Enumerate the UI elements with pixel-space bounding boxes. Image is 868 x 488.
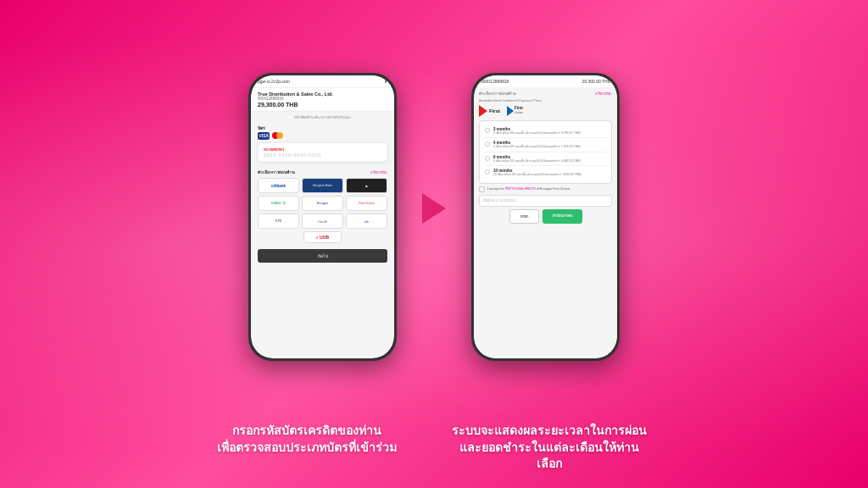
phone1-wrapper: pgw-ui.2c2p.com ⬆ True Distribution & Sa…: [248, 73, 397, 361]
main-container: pgw-ui.2c2p.com ⬆ True Distribution & Sa…: [0, 0, 868, 488]
mastercard-badge: [272, 132, 283, 139]
phones-row: pgw-ui.2c2p.com ⬆ True Distribution & Sa…: [248, 10, 620, 423]
phone1-installment: ตัวเลือกการผ่อนชำระ เปรียบเทียบ citibank…: [251, 168, 394, 245]
caption-right-text: ระบบจะแสดงผลระยะเวลาในการผ่อนและยอดชำระใ…: [448, 423, 651, 473]
phone2-button-row: ยกเลิก ดำเนินการต่อ: [479, 209, 612, 224]
phone1-url: pgw-ui.2c2p.com: [258, 79, 290, 84]
bank-ttb[interactable]: ttb: [346, 214, 387, 229]
phone1-card-input[interactable]: หมายเลขบัตร 0000-0000-0000-0000: [258, 142, 387, 162]
phone1-card-section-label: บัตร: [251, 123, 394, 132]
bank-ktb[interactable]: KTB: [258, 214, 299, 229]
option-6months[interactable]: 6 months 6 เดือน พร้อม 0% ดอกเบี้ย (คำนว…: [485, 152, 606, 167]
phone2-section-title: ตัวเลือกการผ่อนชำระ: [479, 91, 516, 97]
bank-kbank[interactable]: KBANK ⓖ: [258, 196, 299, 211]
phone1-card-label: หมายเลขบัตร: [264, 147, 381, 152]
phone1-banks-grid: citibank Bangkok Bank ■ KBANK ⓖ Krungsri…: [258, 178, 387, 229]
phone1-subtext: มีตัวเลือกชำระเงิน 10 รายการสำหรับคุณ: [251, 112, 394, 123]
phone2-sub-title: Available Bank Instalment Payment Plans: [479, 98, 612, 103]
option-4months[interactable]: 4 months 4 เดือน พร้อม 0% ดอกเบี้ย (คำนว…: [485, 138, 606, 152]
radio-10months[interactable]: [485, 169, 490, 175]
phone1-installment-link[interactable]: เปรียบเทียบ: [370, 169, 387, 175]
phone2-order-id: 900012889818: [481, 79, 509, 84]
radio-4months[interactable]: [485, 141, 490, 147]
first-logo-text: First: [489, 108, 500, 114]
phone2-section-header: ตัวเลือกการผ่อนชำระ เปรียบเทียบ: [479, 91, 612, 97]
phone1-screen: pgw-ui.2c2p.com ⬆ True Distribution & Sa…: [251, 75, 394, 358]
phone2-checkbox-link[interactable]: ข้อกำหนดและเงื่อนไข: [505, 187, 536, 191]
phone2-statusbar: 900012889818 29,300.00 THB: [474, 75, 617, 87]
phone1-card-options: VISA: [251, 132, 394, 140]
option-10months[interactable]: 10 months 10 เดือน พร้อม 0% ดอกเบี้ย (คำ…: [485, 166, 606, 180]
phone1-installment-title: ตัวเลือกการผ่อนชำระ: [258, 169, 295, 175]
caption-left: กรอกรหัสบัตรเครดิตของท่านเพื่อตรวจสอบประ…: [217, 423, 397, 473]
bank-unknown[interactable]: ■: [346, 178, 387, 193]
phone1-bottom: ถัดไป: [251, 247, 394, 265]
mc-circle-yellow: [276, 132, 283, 139]
phone2-input[interactable]: ชื่อผู้โอน (ภาษาอังกฤษ): [479, 195, 612, 207]
choice-logo-arrow: [507, 106, 514, 116]
option-3months-desc: 3 เดือน พร้อม 0% ดอกเบี้ย (คำนวณเงินในโต…: [493, 131, 581, 136]
phone2-logo-first: First: [479, 105, 500, 117]
phone2-confirm-button[interactable]: ดำเนินการต่อ: [542, 209, 582, 224]
choice-logo-text-choice: choice: [515, 111, 523, 114]
phone1-send-button[interactable]: ถัดไป: [258, 249, 387, 263]
bank-first[interactable]: First Choice: [346, 196, 387, 211]
option-4months-desc: 4 เดือน พร้อม 0% ดอกเบี้ย (คำนวณเงินในโต…: [493, 145, 581, 149]
caption-right: ระบบจะแสดงผลระยะเวลาในการผ่อนและยอดชำระใ…: [448, 423, 651, 473]
phone2-input-placeholder: ชื่อผู้โอน (ภาษาอังกฤษ): [483, 197, 516, 203]
phone1-order-id: 900012889818: [258, 97, 387, 101]
option-6months-desc: 6 เดือน พร้อม 0% ดอกเบี้ย (คำนวณเงินในโต…: [493, 159, 581, 164]
arrow-container: [422, 193, 446, 224]
phone1-share-icon: ⬆: [384, 79, 387, 84]
phone1-divider: [258, 166, 387, 167]
phone2-checkbox-label: I accept the ข้อกำหนดและเงื่อนไข of Krun…: [487, 186, 570, 191]
phone1-installment-header: ตัวเลือกการผ่อนชำระ เปรียบเทียบ: [258, 169, 387, 175]
first-logo-arrow: [479, 105, 487, 117]
phone1-amount: 29,300.00 THB: [258, 102, 387, 108]
visa-text: VISA: [259, 133, 269, 138]
bank-citibank[interactable]: citibank: [258, 178, 299, 193]
phone2-checkbox-row[interactable]: I accept the ข้อกำหนดและเงื่อนไข of Krun…: [479, 186, 612, 192]
phone2-cancel-button[interactable]: ยกเลิก: [509, 209, 539, 224]
bottom-text-row: กรอกรหัสบัตรเครดิตของท่านเพื่อตรวจสอบประ…: [17, 423, 851, 480]
phone1-card-number: 0000-0000-0000-0000: [264, 152, 381, 158]
bank-bbl[interactable]: Bangkok Bank: [302, 178, 343, 193]
phone2-checkbox[interactable]: [479, 186, 485, 192]
right-arrow-icon: [422, 193, 446, 224]
caption-left-text: กรอกรหัสบัตรเครดิตของท่านเพื่อตรวจสอบประ…: [217, 423, 397, 456]
bank-uob[interactable]: ≡ UOB: [303, 231, 342, 243]
bank-krungsri[interactable]: Krungsri: [302, 196, 343, 211]
visa-badge: VISA: [258, 132, 270, 140]
phone2-wrapper: 900012889818 29,300.00 THB ตัวเลือกการผ่…: [471, 73, 620, 361]
phone1-statusbar: pgw-ui.2c2p.com ⬆: [251, 75, 394, 88]
radio-3months[interactable]: [485, 128, 490, 133]
phone1: pgw-ui.2c2p.com ⬆ True Distribution & Sa…: [248, 73, 397, 361]
phone2-options-card: 3 months 3 เดือน พร้อม 0% ดอกเบี้ย (คำนว…: [479, 120, 612, 184]
radio-6months[interactable]: [485, 156, 490, 161]
phone2-content: ตัวเลือกการผ่อนชำระ เปรียบเทียบ Availabl…: [474, 87, 617, 358]
option-3months[interactable]: 3 months 3 เดือน พร้อม 0% ดอกเบี้ย (คำนว…: [485, 125, 606, 139]
phone1-header: True Distribution & Sales Co., Ltd. 9000…: [251, 88, 394, 112]
phone2-logo-choice: First choice: [507, 106, 523, 116]
phone2-screen: 900012889818 29,300.00 THB ตัวเลือกการผ่…: [474, 75, 617, 358]
phone2-amount: 29,300.00 THB: [581, 79, 610, 84]
option-10months-desc: 10 เดือน พร้อม 0% ดอกเบี้ย (คำนวณเงินในโ…: [493, 173, 581, 177]
bank-card2[interactable]: Card2: [302, 214, 343, 229]
phone2: 900012889818 29,300.00 THB ตัวเลือกการผ่…: [471, 73, 620, 361]
phone2-section-link[interactable]: เปรียบเทียบ: [595, 91, 612, 97]
phone2-bank-logos: First First choice: [479, 105, 612, 117]
phone1-uob-row: ≡ UOB: [258, 231, 387, 243]
